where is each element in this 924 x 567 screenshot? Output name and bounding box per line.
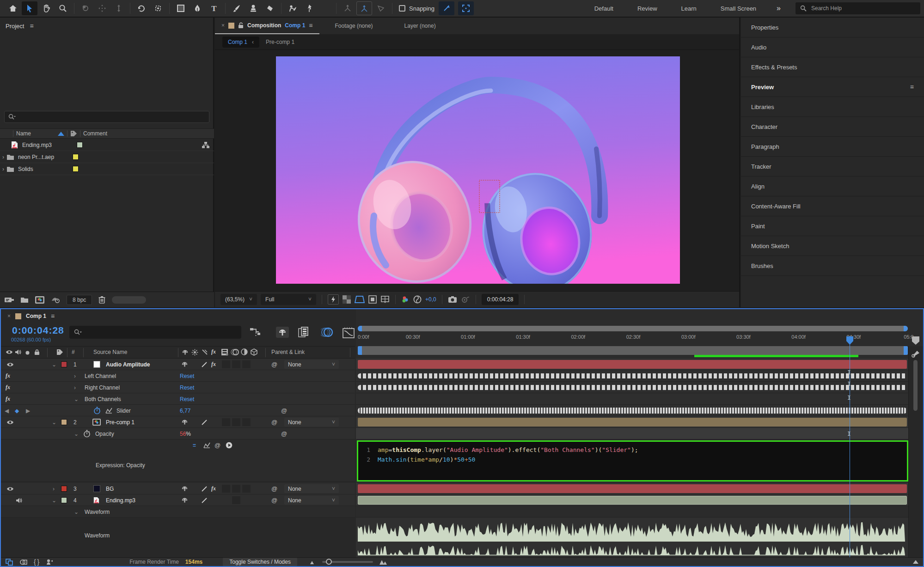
- eye-icon[interactable]: [6, 416, 14, 428]
- stopwatch-icon[interactable]: [83, 428, 91, 439]
- panel-tab-character[interactable]: Character: [741, 117, 924, 137]
- project-item-neon-folder[interactable]: › neon Pr...t.aep: [0, 151, 214, 163]
- label-color-swatch[interactable]: [73, 154, 79, 160]
- selection-tool-button[interactable]: [22, 1, 37, 15]
- workspace-tab-default[interactable]: Default: [582, 5, 625, 12]
- column-comment[interactable]: Comment: [83, 130, 107, 137]
- panel-menu-icon[interactable]: ≡: [309, 22, 312, 29]
- trash-icon[interactable]: [98, 296, 105, 304]
- zoom-out-timeline-icon[interactable]: [310, 560, 316, 564]
- layer-color-swatch[interactable]: [61, 416, 67, 428]
- current-time-field[interactable]: 0:00:04:28: [12, 325, 64, 336]
- render-settings-icon[interactable]: [46, 559, 54, 565]
- track-both-channels[interactable]: [356, 393, 908, 405]
- label-color-swatch[interactable]: [77, 142, 83, 148]
- panel-tab-brushes[interactable]: Brushes: [741, 256, 924, 276]
- roto-brush-tool-button[interactable]: [285, 1, 300, 15]
- project-item-solids[interactable]: › Solids: [0, 163, 214, 175]
- panel-expand-icon[interactable]: [913, 560, 918, 564]
- composition-viewport[interactable]: [215, 50, 739, 291]
- layer-duration-bar[interactable]: [358, 360, 907, 369]
- exposure-value[interactable]: +0,0: [425, 296, 436, 303]
- layer-duration-bar[interactable]: [358, 496, 907, 505]
- work-area-bar[interactable]: [358, 346, 908, 355]
- expand-chevron-icon[interactable]: ›: [74, 382, 76, 393]
- track-bg[interactable]: [356, 483, 908, 494]
- interpret-footage-icon[interactable]: [5, 297, 14, 303]
- new-composition-icon[interactable]: [35, 296, 44, 304]
- project-panel-title[interactable]: Project: [6, 23, 24, 30]
- axis-local-mode-button[interactable]: [340, 1, 355, 15]
- layer-color-swatch[interactable]: [61, 494, 67, 506]
- solo-column-icon[interactable]: [25, 351, 30, 355]
- playhead-line[interactable]: [850, 336, 850, 557]
- pen-tool-button[interactable]: [190, 1, 205, 15]
- zoom-tool-button[interactable]: [55, 1, 71, 15]
- panel-tab-tracker[interactable]: Tracker: [741, 157, 924, 177]
- layer-name[interactable]: Pre-comp 1: [106, 416, 135, 428]
- property-row-both-channels[interactable]: fx ⌄ Both Channels Reset: [1, 393, 355, 405]
- zoom-slider-knob[interactable]: [326, 559, 332, 565]
- panel-tab-align[interactable]: Align: [741, 177, 924, 196]
- parent-pickwhip-icon[interactable]: @: [271, 359, 277, 370]
- shy-switch[interactable]: [181, 494, 188, 506]
- collapse-chevron-icon[interactable]: ⌄: [74, 393, 79, 405]
- expression-enable-icon[interactable]: =: [193, 439, 196, 451]
- breadcrumb-comp[interactable]: Comp 1 ‹: [222, 37, 259, 48]
- layer-row-audio-amplitude[interactable]: ⌄ 1 Audio Amplitude fx @ None˅: [1, 359, 355, 370]
- panel-tab-effects-presets[interactable]: Effects & Presets: [741, 57, 924, 77]
- panel-tab-content-aware-fill[interactable]: Content-Aware Fill: [741, 196, 924, 216]
- tab-footage[interactable]: Footage (none): [319, 23, 389, 29]
- pickwhip-icon[interactable]: @: [281, 428, 287, 439]
- expression-code-line[interactable]: 2Math.sin(time * amp/10) * 50 + 50: [358, 456, 907, 465]
- property-row-left-channel[interactable]: fx › Left Channel Reset: [1, 370, 355, 382]
- in-out-brackets-icon[interactable]: { }: [34, 558, 39, 566]
- composition-mini-flowchart-icon[interactable]: [250, 327, 261, 337]
- zoom-in-timeline-icon[interactable]: [379, 559, 387, 565]
- effects-switch[interactable]: fx: [211, 359, 216, 370]
- panel-resize-handle[interactable]: [112, 296, 146, 304]
- expand-chevron-icon[interactable]: ›: [0, 154, 6, 160]
- property-name[interactable]: Both Channels: [85, 393, 121, 405]
- source-name-column-header[interactable]: Source Name: [93, 349, 127, 355]
- new-folder-icon[interactable]: [20, 297, 29, 303]
- playhead-handle[interactable]: [846, 336, 854, 345]
- graph-toggle-icon[interactable]: [105, 405, 112, 416]
- reset-link[interactable]: Reset: [180, 393, 194, 405]
- track-opacity[interactable]: [356, 428, 908, 439]
- keyframes-strip[interactable]: [358, 373, 907, 378]
- property-row-waveform[interactable]: ⌄ Waveform: [1, 506, 355, 518]
- mask-visibility-icon[interactable]: [355, 295, 365, 304]
- panel-tab-preview[interactable]: Preview≡: [741, 77, 924, 97]
- shy-switch[interactable]: [181, 416, 188, 428]
- reset-link[interactable]: Reset: [180, 382, 194, 393]
- panel-tab-audio[interactable]: Audio: [741, 37, 924, 57]
- eraser-tool-button[interactable]: [262, 1, 278, 15]
- prev-keyframe-icon[interactable]: ◀: [5, 405, 9, 416]
- track-ending-mp3[interactable]: [356, 494, 908, 506]
- opacity-value[interactable]: 56: [180, 431, 186, 437]
- quality-switch[interactable]: [201, 483, 208, 494]
- layer-name[interactable]: Audio Amplitude: [106, 359, 150, 370]
- property-name[interactable]: Opacity: [95, 428, 114, 439]
- brush-tool-button[interactable]: [229, 1, 245, 15]
- graph-editor-icon[interactable]: [342, 327, 355, 339]
- track-left-channel[interactable]: [356, 370, 908, 382]
- track-pre-comp-1[interactable]: [356, 416, 908, 428]
- panel-menu-icon[interactable]: ≡: [910, 83, 914, 91]
- timeline-tab-label[interactable]: Comp 1: [26, 313, 46, 319]
- toggle-switches-modes-button[interactable]: Toggle Switches / Modes: [223, 558, 297, 566]
- composition-mini-flowchart-icon[interactable]: [6, 559, 13, 566]
- close-icon[interactable]: ×: [7, 313, 11, 319]
- property-row-opacity[interactable]: ⌄ Opacity 56% @: [1, 428, 355, 439]
- workspace-overflow-button[interactable]: »: [768, 4, 789, 12]
- next-keyframe-icon[interactable]: ▶: [26, 405, 30, 416]
- parent-dropdown[interactable]: None˅: [284, 484, 339, 493]
- layer-name[interactable]: Ending.mp3: [106, 494, 135, 506]
- axis-view-mode-button[interactable]: [373, 1, 389, 15]
- keyframes-strip[interactable]: [358, 408, 907, 414]
- magnification-dropdown[interactable]: (63,5%)˅: [220, 294, 257, 305]
- track-right-channel[interactable]: [356, 382, 908, 393]
- layer-row-ending-mp3[interactable]: ⌄ 4 Ending.mp3 @ None˅: [1, 494, 355, 506]
- layer-color-swatch[interactable]: [61, 359, 67, 370]
